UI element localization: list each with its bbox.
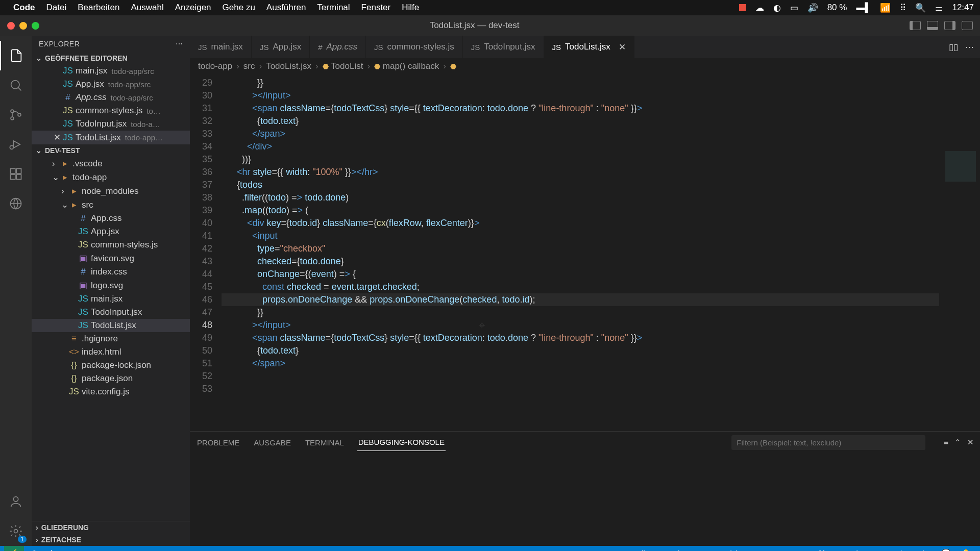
project-header[interactable]: ⌄ DEV-TEST [32,144,190,157]
close-window-icon[interactable] [7,22,15,30]
editor-tab[interactable]: JScommon-styles.js [366,36,463,58]
cloud-icon[interactable]: ☁ [755,3,764,13]
menu-item[interactable]: Terminal [317,3,350,13]
open-editor-item[interactable]: JSApp.jsxtodo-app/src [32,78,190,91]
close-panel-icon[interactable]: ✕ [967,438,974,447]
status-icon[interactable]: ◐ [773,3,781,13]
file-tree-item[interactable]: JSmain.jsx [32,292,190,306]
panel-tab[interactable]: DEBUGGING-KONSOLE [357,434,446,451]
file-tree-item[interactable]: ›▸.vscode [32,157,190,170]
menu-item[interactable]: Anzeigen [175,3,211,13]
file-tree-item[interactable]: JSApp.jsx [32,225,190,238]
more-icon[interactable]: ⋯ [176,40,183,48]
breadcrumb-item[interactable]: src [243,61,255,71]
menu-item[interactable]: Ausführen [266,3,306,13]
explorer-icon[interactable] [0,41,32,70]
search-icon[interactable]: 🔍 [915,3,926,13]
menu-item[interactable]: Hilfe [402,3,419,13]
outline-header[interactable]: › GLIEDERUNG [32,521,190,534]
open-editor-item[interactable]: JScommon-styles.jsto… [32,104,190,117]
open-editor-item[interactable]: JSTodoInput.jsxtodo-a… [32,117,190,131]
breadcrumb-item[interactable]: todo-app [198,61,232,71]
file-tree-item[interactable]: JSTodoList.jsx [32,319,190,332]
menu-item[interactable]: Auswahl [131,3,163,13]
file-tree-item[interactable]: JSvite.config.js [32,385,190,398]
extensions-icon[interactable] [0,159,32,189]
editor-tab[interactable]: JSmain.jsx [190,36,252,58]
panel-tab[interactable]: AUSGABE [253,434,292,451]
minimize-window-icon[interactable] [19,22,27,30]
file-tree-item[interactable]: ▣favicon.svg [32,252,190,265]
menubar-extra-icon[interactable]: ⠿ [900,3,906,13]
settings-gear-icon[interactable]: 1 [0,516,32,546]
battery-icon[interactable]: ▬▌ [856,3,871,13]
file-tree-item[interactable]: {}package-lock.json [32,359,190,372]
open-editor-item[interactable]: #App.csstodo-app/src [32,91,190,104]
menubar-app[interactable]: Code [13,3,35,13]
control-center-icon[interactable]: ⚌ [935,3,943,13]
prettier-status[interactable]: ✓ Prettier [892,548,936,551]
breadcrumb-item[interactable]: TodoList.jsx [266,61,311,71]
file-tree-item[interactable]: <>index.html [32,345,190,359]
panel-filter-input[interactable] [731,435,925,450]
file-tree-item[interactable]: JScommon-styles.js [32,238,190,252]
search-icon[interactable] [0,70,32,100]
file-tree-item[interactable]: {}package.json [32,372,190,385]
breadcrumb-item[interactable]: ⬣ [450,61,456,71]
panel-toggle-left-icon[interactable] [910,21,921,30]
errors-count[interactable]: ⊘ 0 ⚠ 0 [26,548,67,551]
file-tree-item[interactable]: ⌄▸todo-app [32,170,190,184]
traffic-lights[interactable] [7,22,39,30]
panel-toggle-right-icon[interactable] [944,21,955,30]
breadcrumb-item[interactable]: ⬣ TodoList [323,61,363,71]
cursor-position[interactable]: Zeile 48, Spalte 41 [628,549,702,552]
bell-icon[interactable]: 🔔 [956,548,976,551]
minimap[interactable] [939,74,980,431]
maximize-window-icon[interactable] [32,22,39,30]
panel-toggle-bottom-icon[interactable] [927,21,938,30]
filter-icon[interactable]: ≡ [944,438,948,447]
language-mode[interactable]: { } JavaScript React [813,549,892,552]
display-icon[interactable]: ▭ [790,3,798,13]
split-editor-icon[interactable]: ▯▯ [949,42,958,53]
menu-item[interactable]: Gehe zu [223,3,255,13]
file-tree-item[interactable]: ≡.hgignore [32,332,190,345]
breadcrumb[interactable]: todo-app›src›TodoList.jsx›⬣ TodoList›⬣ m… [190,58,980,74]
debug-icon[interactable] [0,130,32,159]
menu-item[interactable]: Bearbeiten [78,3,119,13]
indent-setting[interactable]: Leerzeichen: 2 [702,549,762,552]
panel-tab[interactable]: TERMINAL [304,434,345,451]
more-icon[interactable]: ⋯ [965,42,974,53]
panel-tab[interactable]: PROBLEME [196,434,240,451]
file-tree-item[interactable]: JSTodoInput.jsx [32,306,190,319]
layout-customize-icon[interactable] [962,21,973,30]
close-icon[interactable]: ✕ [619,42,626,53]
editor-tab[interactable]: JSTodoInput.jsx [463,36,544,58]
file-tree-item[interactable]: ⌄▸src [32,198,190,212]
file-tree-item[interactable]: #App.css [32,212,190,225]
encoding[interactable]: UTF-8 [762,549,794,552]
file-tree-item[interactable]: ›▸node_modules [32,184,190,198]
open-editor-item[interactable]: ✕JSTodoList.jsxtodo-app… [32,131,190,144]
feedback-icon[interactable]: 💬 [936,548,956,551]
open-editors-header[interactable]: ⌄ GEÖFFNETE EDITOREN [32,52,190,64]
code-editor[interactable]: 2930313233343536373839404142434445464748… [190,74,980,431]
recording-icon[interactable] [739,4,746,11]
file-tree-item[interactable]: ▣logo.svg [32,279,190,292]
volume-icon[interactable]: 🔊 [807,3,818,13]
code-content[interactable]: }} ></input> <span className={todoTextCs… [222,74,939,431]
menu-item[interactable]: Fenster [361,3,391,13]
breadcrumb-item[interactable]: ⬣ map() callback [374,61,439,71]
menu-item[interactable]: Datei [46,3,67,13]
editor-tab[interactable]: JSApp.jsx [252,36,310,58]
eol[interactable]: LF [794,549,814,552]
remote-button[interactable]: ⚡ [4,546,24,551]
remote-icon[interactable] [0,189,32,218]
account-icon[interactable] [0,487,32,516]
source-control-icon[interactable] [0,100,32,130]
wifi-icon[interactable]: 📶 [880,3,891,13]
editor-tab[interactable]: JSTodoList.jsx✕ [544,36,634,58]
collapse-icon[interactable]: ⌃ [954,438,961,447]
clock[interactable]: 12:47 [952,3,974,13]
editor-tab[interactable]: #App.css [310,36,366,58]
